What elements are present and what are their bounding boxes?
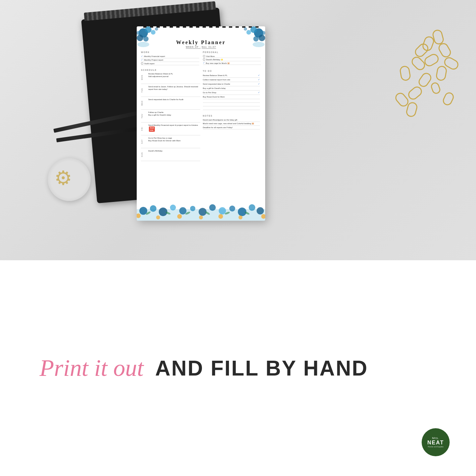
day-content-wed: Send requested data to Charlie for Audit <box>148 98 200 108</box>
circle-icon <box>141 62 143 65</box>
day-row-wed: WED Send requested data to Charlie for A… <box>141 98 200 110</box>
day-label-thu: THU <box>141 114 148 118</box>
task-label: Buy new cage for Mochi 🐹 <box>206 62 230 64</box>
week-of: WEEK OF : Nov. 01-07 <box>140 46 262 48</box>
paper-clip <box>399 65 411 82</box>
planner-title: Weekly Planner <box>140 29 262 46</box>
paper-clip <box>430 81 441 95</box>
week-of-label: WEEK OF : <box>186 46 201 49</box>
todo-text: Buy Roast Duck for Mom <box>203 96 258 98</box>
note-item: Mochi need new cage, new wheel and Color… <box>203 122 260 126</box>
day-row-fri: FRI Send Monthly Financial report & proj… <box>141 124 200 135</box>
todo-item-empty <box>203 103 260 106</box>
week-of-value: Nov. 01-07 <box>202 46 216 49</box>
circle-icon <box>203 58 205 61</box>
task-label: Visit Mom <box>206 55 215 57</box>
paper-clip <box>435 65 447 82</box>
todo-text: Send requested data to Charlie <box>203 83 258 85</box>
day-row-tue: TUE Send email to Jason. Follow up Jessi… <box>141 85 200 97</box>
task-label: David's Birthday ⭐ <box>206 58 223 61</box>
day-content-tue: Send email to Jason. Follow up Jessica. … <box>148 85 200 95</box>
svg-point-29 <box>257 207 264 214</box>
day-row-mon: MON Review Balance Sheet & PLAdd adjustm… <box>141 72 200 84</box>
todo-item-empty <box>203 106 260 110</box>
day-label-wed: WED <box>141 100 148 106</box>
day-label-tue: TUE <box>141 88 148 93</box>
clips-bowl <box>48 158 91 201</box>
task-item: ✓ Buy new cage for Mochi 🐹 <box>203 61 261 65</box>
todo-text: Buy a gift for David's bday <box>203 87 258 89</box>
todo-item: Go to Pet Shop ✓ <box>203 91 260 95</box>
check-icon: ✓ <box>141 59 143 61</box>
check-icon: ✓ <box>203 62 205 64</box>
svg-point-26 <box>229 206 235 211</box>
notes-section: NOTES David want Boardgame as the bday g… <box>202 114 261 130</box>
deadline-badge: DeadLine <box>149 126 155 132</box>
day-label-sun: SUN <box>141 152 148 157</box>
desk-scene: Weekly Planner WEEK OF : Nov. 01-07 WORK… <box>0 0 476 260</box>
day-content-mon: Review Balance Sheet & PLAdd adjustment … <box>148 72 200 82</box>
todo-check-icon: ✓ <box>258 78 260 81</box>
day-row-sun: SUN David's Birthday <box>141 150 200 161</box>
todo-text: Collect material report from site <box>203 79 258 81</box>
task-label: Monthly Financial report <box>144 55 165 57</box>
todo-text: Review Balance Sheet & PL <box>203 74 258 76</box>
task-item: Audit report <box>141 62 199 65</box>
paper-clip <box>406 85 424 102</box>
notes-section-title: NOTES <box>203 115 260 117</box>
svg-point-35 <box>238 215 242 219</box>
logo-mrs-text: Mrs. <box>432 436 439 440</box>
svg-point-25 <box>219 207 226 214</box>
task-item: ✓ Monthly Financial report <box>141 55 199 58</box>
print-cursive-text: Print it out <box>40 354 144 382</box>
day-content-sun: David's Birthday <box>148 150 200 159</box>
svg-point-20 <box>170 205 176 210</box>
day-label-sat: SAT <box>141 139 148 144</box>
svg-point-33 <box>199 215 203 219</box>
todo-item: Send requested data to Charlie ✓ <box>203 82 260 86</box>
svg-point-22 <box>190 206 195 211</box>
work-section-title: WORK <box>141 51 199 53</box>
circle-icon <box>203 55 205 57</box>
logo-neat-text: NEAT <box>427 440 444 446</box>
day-content-fri: Send Monthly Financial report & project … <box>148 124 200 134</box>
personal-section: PERSONAL Visit Mom David's Birthday ⭐ ✓ … <box>202 50 262 66</box>
svg-point-19 <box>159 208 167 216</box>
todo-check-icon: ✓ <box>258 83 260 85</box>
day-label-mon: MON <box>141 75 148 80</box>
todo-item: Collect material report from site ✓ <box>203 78 260 82</box>
paper-clip <box>423 52 440 68</box>
bottom-section: Print it out AND FILL BY HAND Mrs. NEAT … <box>0 260 476 476</box>
todo-check-icon: ✓ <box>258 91 260 94</box>
todo-text: Go to Pet Shop <box>203 92 258 94</box>
todo-check-icon: ✓ <box>258 74 260 77</box>
check-icon: ✓ <box>141 55 143 58</box>
day-label-fri: FRI <box>141 127 148 131</box>
task-label: Monthly Project report <box>144 59 163 61</box>
todo-item-empty <box>203 99 260 103</box>
svg-point-17 <box>139 207 147 215</box>
work-section: WORK ✓ Monthly Financial report ✓ Monthl… <box>140 50 200 66</box>
day-row-sat: SAT Go to Pet Shop buy a cageBuy Roast D… <box>141 137 200 148</box>
day-content-thu: Follow up CharlieBuy a gift for David's … <box>148 111 200 121</box>
note-item: David want Boardgame as the bday gift <box>203 118 260 122</box>
svg-point-32 <box>177 214 182 219</box>
schedule-section-title: SCHEDULE <box>141 69 200 71</box>
mrs-neat-logo: Mrs. NEAT Planner and Supplies <box>422 428 450 456</box>
todo-item: Buy a gift for David's bday ✓ <box>203 86 260 91</box>
personal-section-title: PERSONAL <box>203 51 261 53</box>
weekly-planner: Weekly Planner WEEK OF : Nov. 01-07 WORK… <box>137 26 265 221</box>
note-item: Deadline for all reports are Friday! <box>203 126 260 129</box>
task-item: ✓ Monthly Project report <box>141 58 199 62</box>
paper-clip <box>409 55 427 72</box>
todo-item: Buy Roast Duck for Mom ✓ <box>203 95 260 99</box>
svg-point-28 <box>249 204 255 211</box>
task-item: David's Birthday ⭐ <box>203 58 261 61</box>
floral-decoration-bottom <box>137 199 265 221</box>
todo-item: Review Balance Sheet & PL ✓ <box>203 73 260 78</box>
day-row-thu: THU Follow up CharlieBuy a gift for Davi… <box>141 111 200 123</box>
task-item: Visit Mom <box>203 55 261 58</box>
day-content-sat: Go to Pet Shop buy a cageBuy Roast Duck … <box>148 137 200 147</box>
svg-point-31 <box>156 215 160 219</box>
paper-clip <box>441 91 455 107</box>
